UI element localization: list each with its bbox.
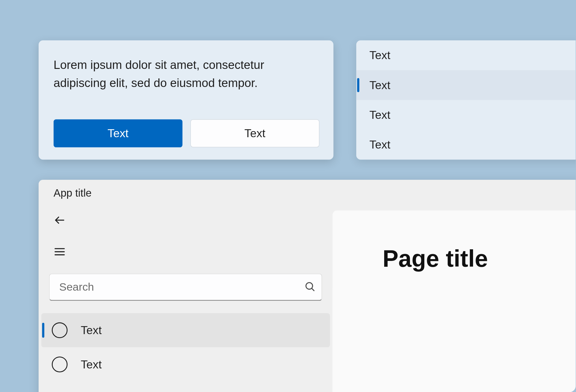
list-item[interactable]: Text xyxy=(356,100,576,130)
dialog-secondary-button-label: Text xyxy=(244,126,265,140)
app-titlebar: App title xyxy=(39,180,576,206)
arrow-left-icon xyxy=(54,214,66,228)
back-button[interactable] xyxy=(49,210,70,232)
list-item-label: Text xyxy=(369,138,390,151)
hamburger-button[interactable] xyxy=(49,242,70,263)
circle-icon xyxy=(52,322,68,338)
navigation-pane: Text Text xyxy=(39,206,332,392)
hamburger-icon xyxy=(54,246,66,260)
app-window: App title xyxy=(39,180,576,392)
content-pane: Page title xyxy=(332,210,575,392)
nav-item-label: Text xyxy=(81,323,101,337)
nav-list: Text Text xyxy=(39,310,332,382)
circle-icon xyxy=(52,356,68,372)
svg-line-5 xyxy=(312,288,314,291)
list-item-label: Text xyxy=(369,48,390,62)
nav-item[interactable]: Text xyxy=(41,313,330,347)
svg-point-4 xyxy=(306,282,313,289)
nav-item-label: Text xyxy=(81,358,101,371)
list-panel: Text Text Text Text xyxy=(356,40,576,160)
app-title: App title xyxy=(54,187,92,199)
dialog-body-text: Lorem ipsum dolor sit amet, consectetur … xyxy=(54,56,319,92)
search-icon xyxy=(304,281,315,294)
dialog-secondary-button[interactable]: Text xyxy=(190,119,319,148)
list-item-label: Text xyxy=(369,108,390,122)
nav-item[interactable]: Text xyxy=(41,347,330,382)
dialog-card: Lorem ipsum dolor sit amet, consectetur … xyxy=(39,40,333,160)
list-item[interactable]: Text xyxy=(356,70,576,100)
dialog-button-row: Text Text xyxy=(54,119,319,148)
page-title: Page title xyxy=(383,245,576,272)
dialog-primary-button[interactable]: Text xyxy=(54,119,183,148)
list-item-label: Text xyxy=(369,78,390,92)
list-item[interactable]: Text xyxy=(356,40,576,70)
dialog-primary-button-label: Text xyxy=(108,126,128,140)
search-input[interactable] xyxy=(59,281,304,293)
search-box[interactable] xyxy=(49,274,322,301)
list-item[interactable]: Text xyxy=(356,130,576,160)
